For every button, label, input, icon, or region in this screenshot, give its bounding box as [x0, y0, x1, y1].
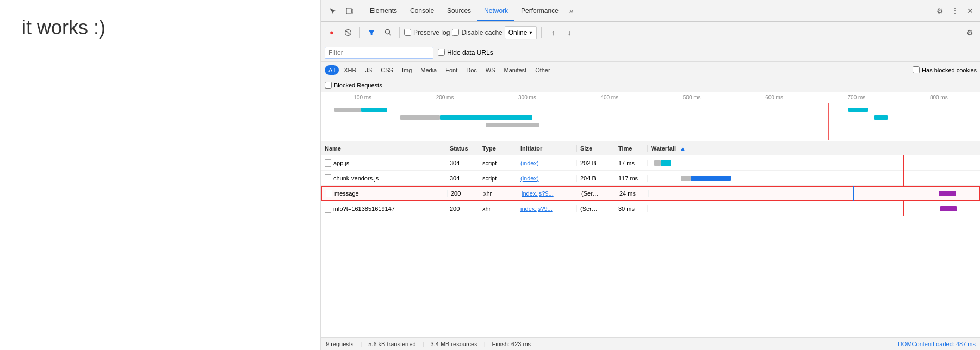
col-header-type[interactable]: Type	[479, 145, 517, 152]
blocked-requests-row: Blocked Requests	[321, 78, 980, 92]
blocked-requests-label[interactable]: Blocked Requests	[325, 82, 382, 89]
col-header-status[interactable]: Status	[446, 145, 479, 152]
has-blocked-cookies-checkbox[interactable]	[913, 66, 920, 73]
export-icon[interactable]: ↓	[562, 26, 576, 40]
cell-name-message: message	[322, 190, 448, 197]
cell-size-message: (Ser…	[578, 190, 616, 197]
svg-line-3	[346, 31, 350, 34]
cell-status-appjs: 304	[446, 160, 479, 166]
cell-initiator-info[interactable]: index.js?9...	[517, 205, 577, 212]
tab-performance[interactable]: Performance	[514, 2, 565, 21]
file-icon	[325, 174, 331, 182]
network-toolbar: ● Preserve log Disable cache	[321, 22, 980, 43]
timeline-bar-late1	[848, 108, 868, 112]
type-filter-other[interactable]: Other	[531, 65, 554, 75]
cell-initiator-vendors[interactable]: (index)	[517, 175, 577, 182]
type-filter-doc[interactable]: Doc	[462, 65, 481, 75]
type-filter-media[interactable]: Media	[417, 65, 441, 75]
timeline-ruler: 100 ms 200 ms 300 ms 400 ms 500 ms 600 m…	[321, 92, 980, 103]
preserve-log-label[interactable]: Preserve log	[404, 29, 450, 36]
toolbar-separator-3	[541, 27, 542, 38]
svg-line-5	[389, 34, 391, 36]
filter-icon[interactable]	[364, 26, 379, 40]
cell-name-info: info?t=1613851619147	[321, 205, 446, 212]
more-options-icon[interactable]: ⋮	[947, 1, 963, 21]
type-filter-all[interactable]: All	[325, 65, 339, 75]
type-filter-js[interactable]: JS	[361, 65, 376, 75]
filter-input[interactable]	[325, 47, 433, 59]
file-icon	[325, 159, 331, 167]
hide-data-urls-checkbox[interactable]	[438, 49, 445, 56]
tab-divider	[361, 5, 361, 16]
network-table: Name Status Type Initiator Size Time Wat…	[321, 141, 980, 337]
col-header-size[interactable]: Size	[577, 145, 615, 152]
table-row[interactable]: info?t=1613851619147 200 xhr index.js?9.…	[321, 201, 980, 216]
resources-size: 3.4 MB resources	[431, 341, 477, 347]
type-filter-ws[interactable]: WS	[482, 65, 499, 75]
disable-cache-label[interactable]: Disable cache	[452, 29, 502, 36]
tab-elements[interactable]: Elements	[363, 2, 404, 21]
cell-type-info: xhr	[479, 205, 517, 212]
close-icon[interactable]: ✕	[963, 1, 978, 21]
cell-time-appjs: 17 ms	[615, 160, 648, 166]
type-filter-img[interactable]: Img	[398, 65, 415, 75]
cursor-icon[interactable]	[324, 1, 341, 21]
devtools-panel: Elements Console Sources Network Perform…	[321, 0, 980, 350]
toolbar-separator	[359, 27, 360, 38]
cell-initiator-appjs[interactable]: (index)	[517, 160, 577, 166]
cell-waterfall-appjs	[648, 155, 980, 171]
filter-row: Hide data URLs	[321, 43, 980, 62]
timeline-bar-vendors-recv	[440, 115, 532, 120]
timeline-bar-row3	[486, 123, 539, 127]
tick-100ms: 100 ms	[321, 95, 404, 101]
cell-initiator-message[interactable]: index.js?9...	[518, 190, 578, 197]
settings-icon[interactable]: ⚙	[932, 1, 947, 21]
device-icon[interactable]	[341, 1, 358, 21]
timeline-vline-dom	[730, 103, 730, 140]
clear-button[interactable]	[341, 26, 355, 40]
type-filter-xhr[interactable]: XHR	[340, 65, 360, 75]
cell-size-appjs: 202 B	[577, 160, 615, 166]
table-row[interactable]: app.js 304 script (index) 202 B 17 ms	[321, 155, 980, 171]
cell-waterfall-vendors	[648, 171, 980, 186]
has-blocked-cookies-label[interactable]: Has blocked cookies	[913, 66, 977, 73]
network-settings-icon[interactable]: ⚙	[963, 26, 977, 40]
tab-console[interactable]: Console	[404, 2, 441, 21]
import-icon[interactable]: ↑	[546, 26, 560, 40]
cell-time-message: 24 ms	[616, 190, 649, 197]
cell-time-info: 30 ms	[615, 205, 648, 212]
type-filter-font[interactable]: Font	[442, 65, 461, 75]
tab-more-button[interactable]: »	[565, 7, 578, 15]
cell-type-vendors: script	[479, 175, 517, 182]
type-filter-manifest[interactable]: Manifest	[500, 65, 531, 75]
table-row[interactable]: chunk-vendors.js 304 script (index) 204 …	[321, 171, 980, 186]
throttle-dropdown[interactable]: Online ▼	[505, 26, 537, 39]
cell-type-message: xhr	[480, 190, 518, 197]
tab-network[interactable]: Network	[477, 2, 514, 21]
tab-sources[interactable]: Sources	[441, 2, 477, 21]
network-timeline: 100 ms 200 ms 300 ms 400 ms 500 ms 600 m…	[321, 92, 980, 141]
cell-waterfall-message	[649, 186, 979, 201]
disable-cache-checkbox[interactable]	[452, 29, 459, 36]
col-header-name[interactable]: Name	[321, 145, 446, 152]
cell-type-appjs: script	[479, 160, 517, 166]
hide-data-urls-label[interactable]: Hide data URLs	[438, 49, 493, 57]
tick-500ms: 500 ms	[651, 95, 733, 101]
col-header-time[interactable]: Time	[615, 145, 648, 152]
col-header-initiator[interactable]: Initiator	[517, 145, 577, 152]
transferred-size: 5.6 kB transferred	[368, 341, 415, 347]
dom-content-loaded: DOMContentLoaded: 487 ms	[898, 341, 976, 347]
tick-300ms: 300 ms	[486, 95, 568, 101]
tick-600ms: 600 ms	[733, 95, 815, 101]
record-button[interactable]: ●	[325, 26, 339, 40]
table-row-selected[interactable]: message 200 xhr index.js?9... (Ser… 24 m…	[321, 186, 980, 201]
file-icon	[325, 205, 331, 212]
search-icon[interactable]	[381, 26, 395, 40]
blocked-requests-checkbox[interactable]	[325, 82, 332, 89]
cell-name-appjs: app.js	[321, 159, 446, 167]
finish-time: Finish: 623 ms	[492, 341, 531, 347]
page-heading: it works :)	[22, 16, 106, 39]
preserve-log-checkbox[interactable]	[404, 29, 411, 36]
col-header-waterfall[interactable]: Waterfall ▲	[648, 145, 980, 152]
type-filter-css[interactable]: CSS	[377, 65, 397, 75]
